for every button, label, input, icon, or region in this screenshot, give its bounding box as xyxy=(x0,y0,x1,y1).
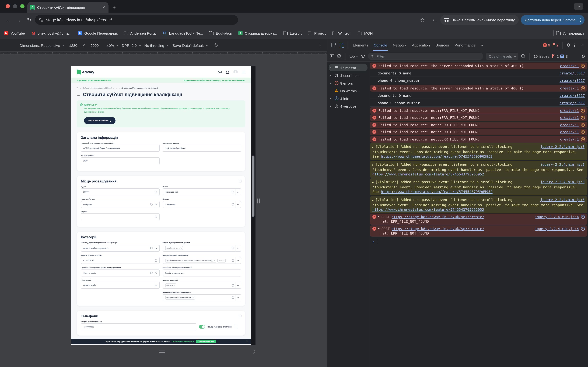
tab-search-button[interactable] xyxy=(574,3,583,10)
chip-remove-icon[interactable]: × xyxy=(193,297,194,299)
console-settings-icon[interactable]: ⚙ xyxy=(581,54,585,58)
chromestatus-link[interactable]: https://www.chromestatus.com/feature/574… xyxy=(372,208,484,211)
filter-input[interactable] xyxy=(376,54,480,58)
source-link[interactable]: jquery-2.2.4.min.js:3 xyxy=(540,197,585,202)
devtools-tab-elements[interactable]: Elements xyxy=(350,39,371,51)
source-link[interactable]: create/:1 xyxy=(560,63,579,68)
bookmark-item[interactable]: Moriekhovskyi@gma... xyxy=(31,31,72,35)
minimize-window-button[interactable] xyxy=(13,4,17,8)
source-link[interactable]: jquery-2.2.4.min.js:3 xyxy=(540,144,585,149)
console-prompt[interactable]: › xyxy=(369,237,588,246)
hamburger-menu-icon[interactable] xyxy=(242,71,245,73)
expand-triangle-icon[interactable]: ▸ xyxy=(330,74,332,77)
bookmark-item[interactable]: LTLanguageTool - Пе... xyxy=(163,31,203,35)
live-expression-icon[interactable] xyxy=(361,55,365,58)
new-tab-button[interactable]: + xyxy=(113,5,116,10)
resize-handle-right[interactable] xyxy=(257,199,260,203)
chrome-update-button[interactable]: Доступна нова версія Chrome ⋮ xyxy=(521,15,585,25)
resize-handle-corner[interactable]: ⫽ xyxy=(253,350,258,354)
throttling-select[interactable]: No throttling xyxy=(144,43,164,47)
directions-multiselect[interactable]: емоційно-етична компетентність× i xyxy=(163,294,241,301)
page-scrollbar[interactable] xyxy=(251,67,256,345)
mail-icon[interactable] xyxy=(218,71,222,73)
bookmark-star-icon[interactable]: ☆ xyxy=(418,15,427,25)
expand-triangle-icon[interactable]: ▸ xyxy=(372,163,374,166)
email-field[interactable]: oriekhovskyi@gmail.com xyxy=(163,145,241,152)
filter-box[interactable] xyxy=(368,53,483,60)
address-field[interactable]: -i xyxy=(81,213,159,220)
types-multiselect[interactable]: тренінги (навчання за програмами підвище… xyxy=(163,257,241,264)
chevron-down-icon[interactable] xyxy=(154,282,158,289)
other-type-field[interactable]: Треніги вихідного дня xyxy=(163,269,241,276)
back-arrow-icon[interactable]: ← xyxy=(77,92,80,97)
breadcrumb-link[interactable]: Суб'єкти підвищення кваліфікації xyxy=(82,87,112,89)
settings-gear-icon[interactable]: ⚙ xyxy=(566,42,570,47)
bookmark-item[interactable]: Andersen Portal xyxy=(124,31,157,35)
legal-form-select[interactable]: Фізична особаi xyxy=(81,269,159,276)
source-link[interactable]: create/:1 xyxy=(560,115,579,120)
source-link[interactable]: create/:1 xyxy=(560,123,579,127)
sidebar-filter-list[interactable]: ▸17 messa... xyxy=(329,64,367,71)
rotate-viewport-icon[interactable]: ↻ xyxy=(214,42,219,48)
expand-triangle-icon[interactable]: ▸ xyxy=(330,105,332,108)
expand-triangle-icon[interactable]: ▸ xyxy=(372,199,374,201)
bookmark-item[interactable]: Project xyxy=(308,31,326,35)
forward-button[interactable]: → xyxy=(14,15,23,25)
chevron-down-icon[interactable] xyxy=(235,189,240,195)
address-bar[interactable]: stage.k8s.edway.in.ua/uk/spk/create/ xyxy=(35,15,238,25)
devtools-tab-sources[interactable]: Sources xyxy=(432,39,452,51)
info-icon[interactable]: i xyxy=(239,180,242,183)
chevron-down-icon[interactable] xyxy=(235,282,240,289)
sidebar-filter-info[interactable]: ▸i4 info xyxy=(329,95,367,102)
downloads-button[interactable]: ↓ xyxy=(429,15,438,25)
browser-tab[interactable]: e Створити суб'єкт підвищенн × xyxy=(27,2,109,13)
network-request-icon[interactable]: ⇅ xyxy=(581,86,585,90)
breadcrumb-ellipsis[interactable]: ... xyxy=(116,87,117,89)
close-devtools-icon[interactable]: × xyxy=(580,42,585,48)
region-select[interactable]: Черкаська обл.i xyxy=(163,189,241,196)
chip-remove-icon[interactable]: × xyxy=(173,284,175,286)
dimensions-select[interactable]: Dimensions: Responsive xyxy=(20,43,60,47)
chevron-down-icon[interactable] xyxy=(154,245,158,251)
source-link[interactable]: jquery-2.2.4.min.js:3 xyxy=(540,180,585,184)
index-field[interactable]: 18000i xyxy=(81,189,159,196)
city-select[interactable]: м.Черкасиi xyxy=(81,201,159,208)
info-icon[interactable]: i xyxy=(239,315,242,317)
close-icon[interactable]: ✕ xyxy=(246,340,248,342)
source-link[interactable]: create/:3617 xyxy=(560,71,585,75)
sidebar-filter-user[interactable]: ▸4 user me... xyxy=(329,72,367,79)
network-request-icon[interactable]: ⇅ xyxy=(581,215,585,219)
subcategory-select[interactable]: Фізична особа xyxy=(81,282,159,289)
issues-flag-icon[interactable] xyxy=(553,43,555,47)
inspect-element-icon[interactable] xyxy=(331,43,336,47)
all-bookmarks-button[interactable]: Усі закладки xyxy=(556,31,584,35)
bookmark-item[interactable]: GGoogle Переводчик xyxy=(78,31,118,35)
error-count-icon[interactable]: × xyxy=(543,43,547,47)
network-request-icon[interactable]: ⇅ xyxy=(581,227,585,231)
chromestatus-link[interactable]: https://www.chromestatus.com/feature/574… xyxy=(381,190,493,194)
more-tabs-icon[interactable]: » xyxy=(479,43,485,47)
download-template-button[interactable]: завантажити шаблон ↓ xyxy=(84,117,115,124)
audience-multiselect[interactable]: Вчитель× i xyxy=(163,282,241,289)
network-request-icon[interactable]: ⇅ xyxy=(581,123,585,127)
source-link[interactable]: create/:1 xyxy=(560,130,579,134)
network-request-icon[interactable]: ⇅ xyxy=(581,108,585,112)
save-data-select[interactable]: 'Save-Data': default xyxy=(172,43,204,47)
expand-triangle-icon[interactable]: ▸ xyxy=(330,82,332,84)
tab-close-icon[interactable]: × xyxy=(102,5,106,9)
bookmark-item[interactable]: ▶YouTube xyxy=(4,31,25,35)
log-levels-select[interactable]: Custom levels xyxy=(486,53,518,60)
source-link[interactable]: create/:1 xyxy=(560,108,579,113)
avatar[interactable] xyxy=(233,70,238,74)
chip-remove-icon[interactable]: × xyxy=(223,259,224,262)
fullscreen-window-button[interactable] xyxy=(20,4,25,8)
chevron-down-icon[interactable] xyxy=(154,201,158,208)
network-request-icon[interactable]: ⇅ xyxy=(581,137,585,141)
request-url-link[interactable]: https://stage.k8s.edway.in.ua/uk/spk/cre… xyxy=(391,226,484,231)
clear-console-icon[interactable] xyxy=(337,54,341,58)
expand-triangle-icon[interactable]: ▸ xyxy=(378,215,380,219)
network-request-icon[interactable]: ⇅ xyxy=(581,116,585,119)
reload-button[interactable]: ↻ xyxy=(25,15,34,25)
source-link[interactable]: jquery-2.2.4.min.js:4 xyxy=(535,215,579,219)
privacy-policy-link[interactable]: Політикою приватності xyxy=(172,340,194,342)
